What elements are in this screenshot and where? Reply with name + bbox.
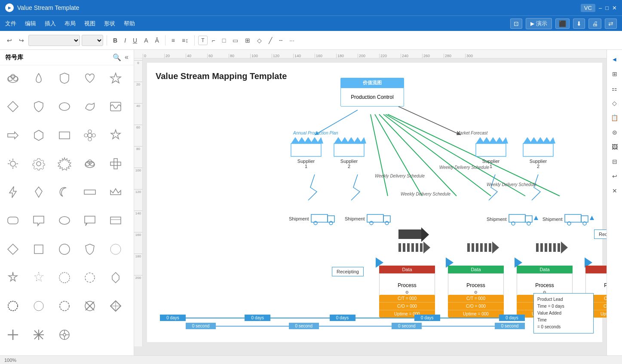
shape-star2[interactable]	[106, 126, 125, 145]
shape-shield3[interactable]	[80, 240, 99, 259]
supplier-right-1[interactable]: Supplier1	[474, 135, 508, 169]
align-options-button[interactable]: ≡↕	[179, 36, 191, 45]
share-button[interactable]: ⇄	[605, 18, 617, 29]
shape-circle4[interactable]	[3, 297, 22, 315]
align-distribute-button[interactable]: ⊞	[242, 36, 253, 45]
font-select[interactable]	[28, 35, 80, 46]
print-button[interactable]: 🖨	[588, 18, 601, 29]
shape-star5[interactable]	[29, 325, 48, 344]
undo-button[interactable]: ↩	[4, 36, 15, 45]
shape-sun[interactable]	[3, 154, 22, 173]
rs-clipboard[interactable]: 📋	[609, 112, 621, 124]
shape-crown[interactable]	[106, 183, 125, 202]
rs-grid[interactable]: ⊟	[609, 156, 621, 168]
window-maximize[interactable]: □	[605, 5, 609, 11]
align-left-button[interactable]: ≡	[169, 36, 178, 45]
shape-diamond3[interactable]	[3, 240, 22, 259]
shipment-right-1[interactable]: Shipment	[487, 212, 538, 226]
connector-button[interactable]: ⌐	[209, 36, 218, 45]
rs-diamond[interactable]: ◇	[609, 97, 621, 109]
supplier-right-2[interactable]: Supplier2	[521, 135, 555, 169]
italic-button[interactable]: I	[122, 36, 129, 45]
shape-drop[interactable]	[29, 69, 48, 88]
receipting-1[interactable]: Receipting	[332, 267, 364, 276]
search-icon[interactable]: 🔍	[113, 53, 121, 61]
underline-button[interactable]: U	[130, 36, 140, 45]
shape-moon[interactable]	[55, 183, 74, 202]
canvas[interactable]: Value Stream Mapping Template 价值流图 Produ…	[147, 63, 602, 342]
shape-star4[interactable]	[29, 268, 48, 287]
font-size-select[interactable]	[82, 35, 103, 46]
window-close[interactable]: ✕	[612, 5, 617, 11]
rect2-button[interactable]: ▭	[230, 36, 241, 45]
shape-star[interactable]	[106, 69, 125, 88]
shipment-left-2[interactable]: Shipment	[345, 212, 392, 225]
shape-flower[interactable]	[80, 126, 99, 145]
shape-rect-flat[interactable]	[80, 183, 99, 202]
shape-cloud[interactable]	[3, 69, 22, 88]
shape-wheel[interactable]	[55, 325, 74, 344]
shape-speech2[interactable]	[80, 211, 99, 230]
rect-button[interactable]: □	[220, 36, 228, 45]
download-button[interactable]: ⬇	[573, 18, 585, 29]
shape-arrow-r[interactable]	[3, 126, 22, 145]
dashed-button[interactable]: ╌	[276, 36, 285, 45]
shape-burst[interactable]	[55, 154, 74, 173]
menu-edit[interactable]: 编辑	[25, 20, 36, 28]
shape-speech[interactable]	[29, 211, 48, 230]
save-button[interactable]: ⬛	[555, 18, 570, 29]
shape-lightning[interactable]	[3, 183, 22, 202]
shape-oval[interactable]	[55, 97, 74, 116]
shape-rect[interactable]	[55, 126, 74, 145]
shape-hexagon[interactable]	[29, 126, 48, 145]
shape-shield2[interactable]	[29, 97, 48, 116]
menu-layout[interactable]: 布局	[64, 20, 76, 28]
shipment-right-2[interactable]: Shipment	[542, 212, 594, 226]
collapse-icon[interactable]: «	[125, 53, 129, 61]
shape-cross3[interactable]	[3, 325, 22, 344]
line-button[interactable]: ╱	[266, 36, 275, 45]
shape-square[interactable]	[29, 240, 48, 259]
rs-undo[interactable]: ↩	[609, 170, 621, 182]
rs-settings[interactable]: ✕	[609, 185, 621, 197]
strikethrough-button[interactable]: Ā	[152, 36, 161, 45]
shape-heart[interactable]	[80, 69, 99, 88]
fill-button[interactable]: ◇	[254, 36, 264, 45]
shape-shield[interactable]	[55, 69, 74, 88]
more-button[interactable]: ···	[287, 36, 297, 45]
bold-button[interactable]: B	[110, 36, 120, 45]
rs-layers[interactable]: ⊞	[609, 68, 621, 80]
shape-circle[interactable]	[55, 240, 74, 259]
menu-help[interactable]: 帮助	[124, 20, 135, 28]
demo-button[interactable]: ▶ 演示	[526, 18, 552, 29]
supplier-left-2[interactable]: Supplier2	[332, 135, 366, 169]
shape-cross[interactable]	[106, 154, 125, 173]
shape-rect-round[interactable]	[3, 211, 22, 230]
shape-diamond5[interactable]	[106, 297, 125, 315]
rs-db[interactable]: ⊜	[609, 126, 621, 138]
shape-circle6[interactable]	[55, 297, 74, 315]
shape-diamond4[interactable]	[106, 268, 125, 287]
window-minimize[interactable]: –	[599, 5, 602, 11]
shape-star3[interactable]	[3, 268, 22, 287]
canvas-area[interactable]: 0 20 40 60 80 100 120 140 160 180 200 22…	[134, 50, 607, 355]
receipting-2[interactable]: Receipting	[594, 229, 607, 239]
shape-wave[interactable]	[106, 97, 125, 116]
process-1[interactable]: Data Process ⊙	[379, 266, 435, 298]
shape-diamond2[interactable]	[29, 183, 48, 202]
shape-circle-thin[interactable]	[106, 240, 125, 259]
text-box-button[interactable]: T	[198, 36, 207, 45]
format-button[interactable]: ⊡	[510, 18, 522, 29]
menu-shape[interactable]: 形状	[104, 20, 115, 28]
shape-circle5[interactable]	[29, 297, 48, 315]
shape-gear[interactable]	[29, 154, 48, 173]
redo-button[interactable]: ↪	[16, 36, 27, 45]
menu-insert[interactable]: 插入	[45, 20, 56, 28]
shape-diamond[interactable]	[3, 97, 22, 116]
supplier-left-1[interactable]: Supplier1	[289, 135, 323, 169]
shape-circle2[interactable]	[55, 268, 74, 287]
rs-collapse[interactable]: ◄	[609, 53, 621, 65]
shape-irregular[interactable]	[80, 97, 99, 116]
rs-components[interactable]: ⚏	[609, 83, 621, 95]
user-button[interactable]: VC	[581, 4, 595, 12]
